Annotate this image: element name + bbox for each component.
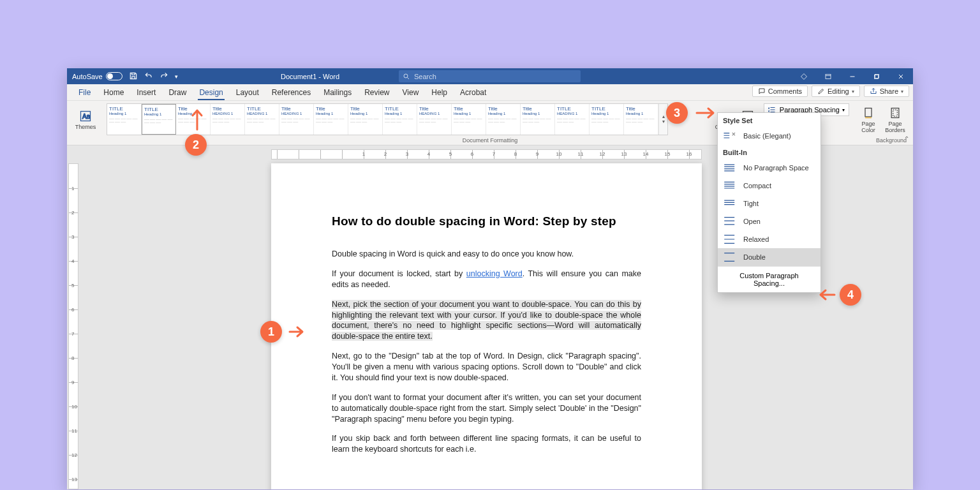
doc-paragraph: If you skip back and forth between diffe… [332, 433, 641, 455]
tab-file[interactable]: File [72, 84, 97, 101]
tab-review[interactable]: Review [358, 84, 396, 101]
style-card[interactable]: TitleHeading 1—— —— —— —— —— —— —— —— [452, 104, 486, 135]
page-color-label: Page Color [856, 121, 881, 133]
dropdown-item-no-paragraph-space[interactable]: No Paragraph Space [718, 159, 820, 177]
dropdown-item-open[interactable]: Open [718, 212, 820, 230]
dropdown-item-label: Compact [743, 182, 771, 189]
close-icon[interactable] [889, 68, 913, 84]
spacing-icon [723, 234, 737, 244]
toggle-switch-icon[interactable] [106, 72, 122, 80]
style-card[interactable]: TitleHEADING 1—— —— —— —— —— —— —— —— [279, 104, 314, 135]
maximize-icon[interactable] [865, 68, 889, 84]
dropdown-item-tight[interactable]: Tight [718, 195, 820, 212]
share-icon [870, 87, 877, 95]
dropdown-item-label: Relaxed [743, 235, 769, 243]
chevron-down-icon: ▾ [842, 107, 845, 113]
doc-paragraph: If you don't want to format your documen… [332, 392, 641, 425]
search-icon [403, 73, 410, 80]
style-card[interactable]: TITLEHeading 1—— —— —— —— —— —— —— —— [142, 104, 176, 135]
background-group-label: Background [876, 137, 907, 144]
page-color-button[interactable]: Page Color [856, 103, 881, 137]
page-color-icon [862, 107, 875, 119]
ribbon-display-icon[interactable] [816, 68, 840, 84]
spacing-icon [723, 163, 737, 173]
dropdown-item-basic-elegant[interactable]: Basic (Elegant) [718, 127, 820, 145]
editing-label: Editing [828, 87, 849, 95]
callout-2: 2 [185, 134, 207, 156]
text: If your document is locked, start by [332, 269, 466, 278]
tab-references[interactable]: References [265, 84, 317, 101]
collapse-ribbon-icon[interactable]: ⌃ [904, 135, 909, 142]
gallery-expand-button[interactable]: ▴▾ [658, 104, 667, 135]
pencil-icon [817, 87, 825, 95]
page-borders-button[interactable]: Page Borders [881, 103, 909, 137]
themes-icon: Aa [79, 110, 92, 122]
chevron-down-icon: ▾ [901, 89, 903, 94]
undo-icon[interactable] [144, 71, 153, 82]
dropdown-item-relaxed[interactable]: Relaxed [718, 230, 820, 248]
style-card[interactable]: TitleHEADING 1—— —— —— —— —— —— —— —— [211, 104, 245, 135]
spacing-icon [723, 181, 737, 191]
tab-design[interactable]: Design [193, 84, 229, 101]
autosave-label: AutoSave [72, 73, 103, 80]
style-card[interactable]: TITLEHEADING 1—— —— —— —— —— —— —— —— [245, 104, 279, 135]
quick-access-toolbar: ▾ [129, 71, 178, 82]
comment-icon [758, 87, 766, 95]
dropdown-item-compact[interactable]: Compact [718, 177, 820, 195]
doc-paragraph: If your document is locked, start by unl… [332, 269, 641, 290]
themes-label: Themes [75, 124, 96, 130]
title-bar: AutoSave ▾ Document1 - Word Search [67, 68, 913, 84]
dropdown-item-label: No Paragraph Space [743, 164, 809, 172]
svg-text:Aa: Aa [82, 113, 91, 120]
autosave-toggle[interactable]: AutoSave [72, 72, 122, 80]
tab-layout[interactable]: Layout [230, 84, 265, 101]
dropdown-item-label: Double [743, 253, 766, 261]
style-card[interactable]: TitleHEADING 1—— —— —— —— —— —— —— —— [417, 104, 452, 135]
save-icon[interactable] [129, 71, 138, 82]
style-card[interactable]: TitleHeading 1—— —— —— —— —— —— —— —— [314, 104, 348, 135]
themes-button[interactable]: Aa Themes [73, 103, 98, 137]
doc-paragraph: Next, go to the "Design" tab at the top … [332, 351, 641, 383]
style-card[interactable]: TitleHeading 1—— —— —— —— —— —— —— —— [486, 104, 521, 135]
document-page[interactable]: How to do double spacing in Word: Step b… [271, 163, 702, 489]
style-card[interactable]: TitleHeading 1—— —— —— —— —— —— —— —— [348, 104, 383, 135]
horizontal-ruler[interactable]: 12345678910111213141516 [271, 149, 702, 160]
style-card[interactable]: TITLEHeading 1—— —— —— —— —— —— —— —— [383, 104, 417, 135]
tab-view[interactable]: View [396, 84, 426, 101]
dropdown-item-label: Basic (Elegant) [743, 132, 791, 140]
tab-home[interactable]: Home [97, 84, 130, 101]
search-box[interactable]: Search [399, 70, 581, 82]
tab-insert[interactable]: Insert [130, 84, 162, 101]
tab-help[interactable]: Help [425, 84, 454, 101]
tab-acrobat[interactable]: Acrobat [454, 84, 493, 101]
style-card[interactable]: TitleHeading 1—— —— —— —— —— —— —— —— [521, 104, 555, 135]
chevron-down-icon: ▾ [852, 89, 854, 94]
style-card[interactable]: TITLEHeading 1—— —— —— —— —— —— —— —— [590, 104, 624, 135]
minimize-icon[interactable] [840, 68, 865, 84]
dropdown-item-double[interactable]: Double [718, 248, 820, 266]
share-button[interactable]: Share▾ [864, 85, 909, 97]
dropdown-item-custom[interactable]: Custom Paragraph Spacing... [718, 266, 820, 292]
doc-paragraph: Double spacing in Word is quick and easy… [332, 249, 641, 260]
diamond-icon[interactable] [792, 68, 816, 84]
arrow-right-icon [695, 106, 717, 120]
page-borders-label: Page Borders [881, 121, 909, 133]
style-card[interactable]: TitleHeading 1—— —— —— —— —— —— —— —— [624, 104, 658, 135]
svg-rect-12 [865, 117, 872, 119]
unlocking-word-link[interactable]: unlocking Word [466, 269, 523, 278]
comments-button[interactable]: Comments [752, 85, 808, 97]
vertical-ruler[interactable]: 1234567891011121314 [68, 163, 78, 489]
tab-mailings[interactable]: Mailings [317, 84, 358, 101]
style-card[interactable]: TITLEHEADING 1—— —— —— —— —— —— —— —— [555, 104, 590, 135]
spacing-icon [723, 216, 737, 226]
qat-dropdown-icon[interactable]: ▾ [175, 73, 178, 80]
redo-icon[interactable] [160, 71, 168, 82]
editing-button[interactable]: Editing▾ [812, 85, 860, 97]
arrow-up-icon [190, 105, 204, 131]
style-card[interactable]: TITLEHeading 1—— —— —— —— —— —— —— —— [107, 104, 142, 135]
ribbon-tabs: File Home Insert Draw Design Layout Refe… [67, 84, 913, 101]
tab-draw[interactable]: Draw [162, 84, 193, 101]
svg-rect-14 [893, 110, 898, 116]
document-title: Document1 - Word [281, 73, 339, 80]
svg-rect-11 [865, 108, 872, 117]
